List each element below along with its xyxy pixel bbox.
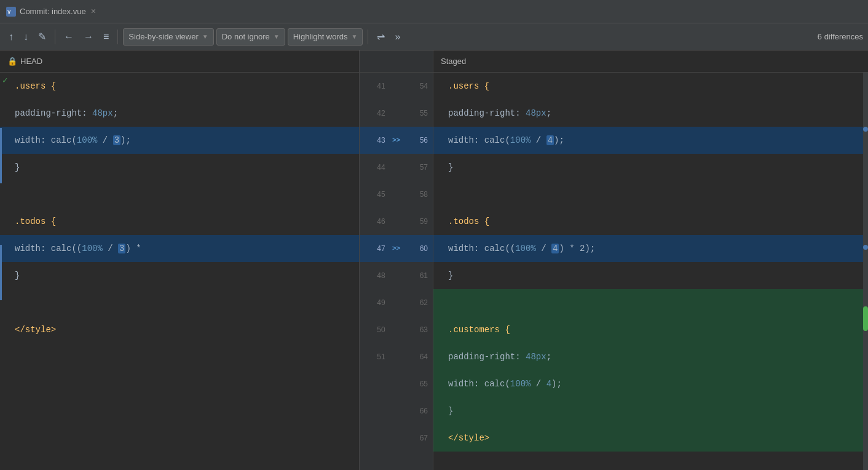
gutter-left-43: 43 [360,136,390,145]
gutter-right-55: 55 [402,109,433,118]
left-line-48: } [0,262,359,289]
settings-button[interactable]: ⇌ [373,28,389,45]
scroll-indicator-3 [863,306,868,331]
right-header: Staged [433,50,868,72]
left-line-41: .users { [0,73,359,100]
gutter-left-51: 51 [360,352,390,361]
viewer-dropdown[interactable]: Side-by-side viewer ▼ [123,28,213,46]
right-line-55-code: padding-right: 48px; [448,108,551,118]
left-changed-indicator [0,128,2,183]
right-line-66-code: } [448,406,453,416]
right-line-58 [433,181,868,208]
ignore-dropdown-label: Do not ignore [222,32,270,41]
gutter-right-57: 57 [402,163,433,172]
more-button[interactable]: » [391,29,404,45]
highlight-dropdown[interactable]: Highlight words ▼ [288,28,363,46]
right-line-62 [433,289,868,316]
ignore-dropdown-arrow: ▼ [274,33,280,40]
left-panel: ✓ .users { padding-right: 48px; width: c… [0,73,360,470]
left-line-42: padding-right: 48px; [0,100,359,127]
gutter-left-47: 47 [360,244,390,253]
scroll-indicator-1 [863,127,868,132]
file-icon: V [6,7,16,17]
right-line-67: </style> [433,424,868,452]
left-line-46: .todos { [0,208,359,235]
gutter-right-60: 60 [402,244,433,253]
highlight-dropdown-arrow: ▼ [352,33,358,40]
separator-2 [117,30,118,44]
gutter-right-58: 58 [402,190,433,199]
separator-3 [368,30,368,44]
gutter-left-50: 50 [360,325,390,334]
left-line-49 [0,289,359,316]
left-line-44: } [0,154,359,181]
scroll-down-button[interactable]: ↓ [20,29,32,45]
lock-icon: 🔒 [7,57,17,66]
right-line-55: padding-right: 48px; [433,100,868,127]
right-line-64: padding-right: 48px; [433,343,868,370]
left-changed-indicator-2 [0,245,2,300]
scroll-up-button[interactable]: ↑ [5,29,17,45]
gutter-row-45: 45 58 [360,181,433,208]
left-line-46-code: .todos { [15,217,56,226]
right-line-57-code: } [448,162,453,172]
separator-1 [55,30,55,44]
left-line-51 [0,343,359,370]
ignore-dropdown[interactable]: Do not ignore ▼ [216,28,285,46]
gutter-left-49: 49 [360,298,390,307]
gutter-arrow-47: >> [390,245,403,252]
lines-button[interactable]: ≡ [100,29,112,45]
gutter-row-46: 46 59 [360,208,433,235]
scrollbar[interactable] [863,73,868,470]
diff-content: ✓ .users { padding-right: 48px; width: c… [0,73,868,470]
left-line-43-code: width: calc(100% / 3); [15,135,131,145]
gutter-row-41: 41 54 [360,73,433,100]
right-line-65-code: width: calc(100% / 4); [448,379,562,389]
gutter-row-51: 51 64 [360,343,433,370]
right-line-54-code: .users { [448,81,489,91]
title-bar: V Commit: index.vue × [0,0,868,23]
right-line-54: .users { [433,73,868,100]
gutter-row-44: 44 57 [360,154,433,181]
toolbar: ↑ ↓ ✎ ← → ≡ Side-by-side viewer ▼ Do not… [0,23,868,50]
right-line-65: width: calc(100% / 4); [433,370,868,397]
right-line-60-code: width: calc((100% / 4) * 2); [448,244,595,253]
forward-button[interactable]: → [80,29,97,45]
gutter-right-64: 64 [402,352,433,361]
differences-label: 6 differences [818,32,863,41]
right-line-63: .customers { [433,316,868,343]
svg-text:V: V [7,9,11,15]
gutter-right-63: 63 [402,325,433,334]
viewer-dropdown-arrow: ▼ [202,33,208,40]
gutter-left-42: 42 [360,109,390,118]
gutter-header [360,50,433,72]
right-line-57: } [433,154,868,181]
gutter-row-66: 66 [360,397,433,424]
right-line-67-code: </style> [448,433,489,443]
gutter-right-54: 54 [402,82,433,90]
title-text: Commit: index.vue [20,7,86,16]
gutter-row-67: 67 [360,424,433,452]
right-line-61: } [433,262,868,289]
back-button[interactable]: ← [60,29,77,45]
gutter-row-47: 47 >> 60 [360,235,433,262]
gutter-center: 41 54 42 55 43 >> 56 44 57 [360,73,433,470]
gutter-row-43: 43 >> 56 [360,127,433,154]
gutter-arrow-43: >> [390,137,403,144]
edit-button[interactable]: ✎ [34,28,50,45]
right-line-64-code: padding-right: 48px; [448,352,551,362]
scroll-indicator-2 [863,245,868,250]
gutter-row-50: 50 63 [360,316,433,343]
viewer-dropdown-label: Side-by-side viewer [128,32,198,41]
left-line-50: </style> [0,316,359,343]
gutter-row-49: 49 62 [360,289,433,316]
gutter-right-67: 67 [402,434,433,442]
gutter-right-66: 66 [402,407,433,415]
left-line-48-code: } [15,271,20,281]
gutter-row-42: 42 55 [360,100,433,127]
right-panel: .users { padding-right: 48px; width: cal… [433,73,868,470]
close-tab-button[interactable]: × [91,7,96,17]
right-line-66: } [433,397,868,424]
highlight-dropdown-label: Highlight words [293,32,348,41]
gutter-right-65: 65 [402,380,433,388]
